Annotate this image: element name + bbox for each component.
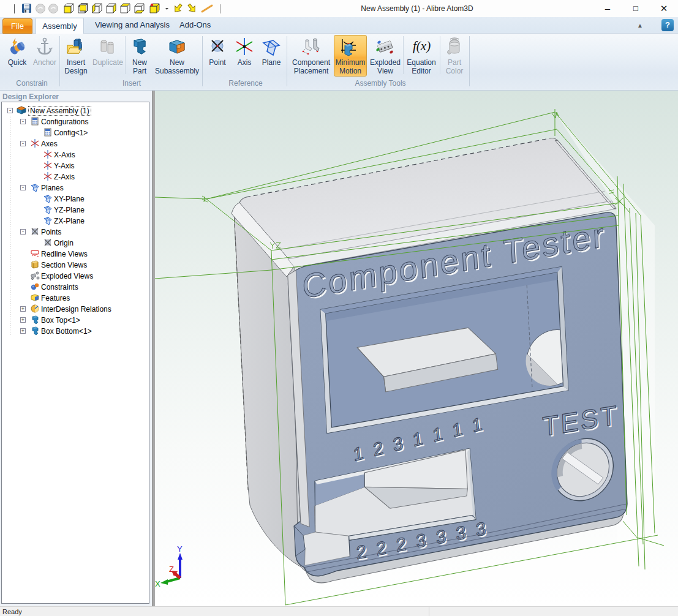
svg-text:Y: Y (177, 544, 183, 554)
svg-text:X: X (155, 579, 160, 588)
svg-text:f(x): f(x) (413, 39, 431, 53)
svg-text:Z: Z (169, 565, 174, 574)
